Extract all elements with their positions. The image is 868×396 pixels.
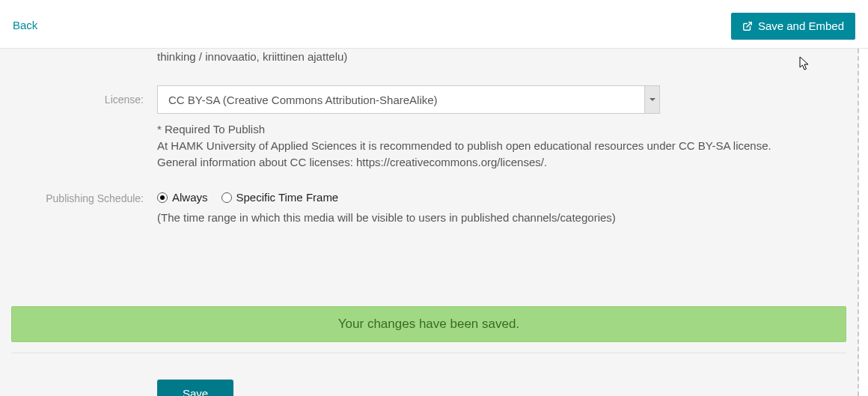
cutoff-row: thinking / innovaatio, kriittinen ajatte… bbox=[11, 49, 846, 64]
schedule-help-text: (The time range in which this media will… bbox=[157, 211, 846, 224]
schedule-radio-always[interactable]: Always bbox=[157, 191, 208, 204]
license-selected-value: CC BY-SA (Creative Commons Attribution-S… bbox=[158, 86, 644, 113]
license-select[interactable]: CC BY-SA (Creative Commons Attribution-S… bbox=[157, 85, 660, 114]
publishing-schedule-row: Publishing Schedule: Always Specific Tim… bbox=[11, 191, 846, 224]
license-row: License: CC BY-SA (Creative Commons Attr… bbox=[11, 85, 846, 170]
back-link[interactable]: Back bbox=[13, 19, 37, 31]
schedule-radio-specific[interactable]: Specific Time Frame bbox=[221, 191, 339, 204]
external-link-icon bbox=[742, 21, 753, 31]
svg-line-0 bbox=[747, 22, 751, 26]
save-and-embed-label: Save and Embed bbox=[758, 19, 844, 32]
license-required-note: * Required To Publish bbox=[157, 121, 808, 138]
radio-icon bbox=[157, 192, 168, 203]
publishing-schedule-label: Publishing Schedule: bbox=[11, 191, 157, 204]
save-button[interactable]: Save bbox=[157, 380, 233, 396]
page-body: thinking / innovaatio, kriittinen ajatte… bbox=[0, 49, 859, 396]
success-banner: Your changes have been saved. bbox=[11, 306, 846, 342]
top-bar: Back Save and Embed bbox=[0, 0, 868, 49]
radio-label-always: Always bbox=[172, 191, 208, 204]
chevron-down-icon bbox=[644, 86, 659, 113]
schedule-radio-group: Always Specific Time Frame bbox=[157, 191, 846, 204]
license-label: License: bbox=[11, 85, 157, 106]
save-and-embed-button[interactable]: Save and Embed bbox=[731, 13, 855, 40]
divider bbox=[11, 353, 846, 353]
radio-icon bbox=[221, 192, 232, 203]
radio-label-specific: Specific Time Frame bbox=[236, 191, 339, 204]
footer-actions: Save bbox=[11, 380, 846, 396]
license-help-text: At HAMK University of Applied Sciences i… bbox=[157, 138, 808, 171]
cutoff-text: thinking / innovaatio, kriittinen ajatte… bbox=[157, 49, 846, 64]
